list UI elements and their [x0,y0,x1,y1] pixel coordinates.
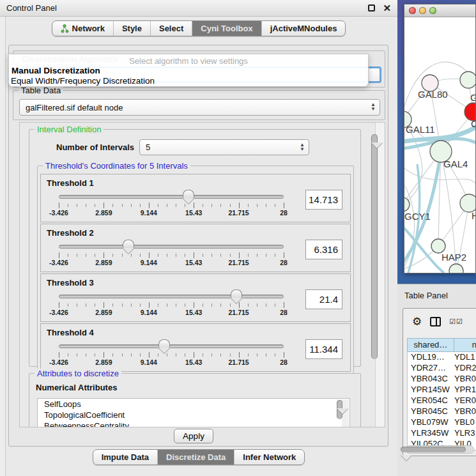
apply-button[interactable]: Apply [174,429,213,443]
columns-icon[interactable] [430,317,441,326]
threshold-1-box: Threshold 1 -3.426 2.859 9.144 15.43 21.… [40,174,351,222]
node-table: shared… n YDL19…YDL1 YDR27…YDR2 YBR043CY… [407,338,476,450]
table-row[interactable]: YLR345WYLR3 [408,428,476,439]
threshold-4-slider[interactable]: -3.426 2.859 9.144 15.43 21.715 28 [59,341,284,366]
table-data-group: Table Data galFiltered.sif default node … [13,90,385,120]
tab-impute-data[interactable]: Impute Data [93,450,158,464]
threshold-3-box: Threshold 3 -3.426 2.859 9.144 15.43 21.… [40,273,351,322]
table-data-value: galFiltered.sif default node [26,103,123,112]
node-label: HAP2 [441,252,466,263]
app-root: Control Panel ✕ Network Style [0,0,476,476]
threshold-3-thumb[interactable] [231,289,242,298]
tab-jactivemnodules[interactable]: jActiveMNodules [262,21,346,36]
top-tabbar: Network Style Select Cyni Toolbox jActiv… [0,20,397,36]
thresholds-group: Threshold's Coordinates for 5 Intervals … [37,165,354,374]
table-panel-toolbar: ⚙ ☑☑ [403,309,476,334]
checkbox-icons[interactable]: ☑☑ [449,318,463,326]
threshold-2-slider[interactable]: -3.426 2.859 9.144 15.43 21.715 28 [59,241,284,266]
numerical-attributes-label: Numerical Attributes [36,383,117,392]
control-panel-titlebar: Control Panel ✕ [0,0,397,17]
table-header-row: shared… n [407,338,476,352]
table-panel-section: Table Panel ⚙ ☑☑ shared… n YDL19…YDL1 YD… [397,284,476,476]
node-label: GAL80 [418,89,448,100]
threshold-4-label: Threshold 4 [47,328,94,337]
threshold-1-label: Threshold 1 [47,178,94,188]
node-label: GA [470,92,475,103]
interval-definition-group: Interval Definition Number of Intervals … [29,129,361,367]
network-icon [61,24,69,33]
threshold-3-slider[interactable]: -3.426 2.859 9.144 15.43 21.715 28 [59,291,284,316]
table-panel-title: Table Panel [404,291,448,300]
tab-style[interactable]: Style [114,21,151,36]
node-top-right[interactable] [460,72,475,88]
threshold-2-box: Threshold 2 -3.426 2.859 9.144 15.43 21.… [40,224,351,272]
interval-definition-title: Interval Definition [35,125,104,134]
number-of-intervals-label: Number of Intervals [56,142,134,152]
numerical-attributes-list[interactable]: SelfLoops TopologicalCoefficient Between… [37,398,350,427]
attributes-group-title: Attributes to discretize [35,369,121,378]
list-item[interactable]: TopologicalCoefficient [38,410,349,420]
node-label: GCY1 [404,211,431,222]
table-row[interactable]: YER054CYER0 [408,395,476,406]
minimize-traffic-light-icon[interactable] [419,7,426,14]
tab-select[interactable]: Select [151,21,192,36]
table-row[interactable]: YDR27…YDR2 [408,363,476,374]
column-header-shared-name[interactable]: shared… [407,338,454,352]
thresholds-group-title: Threshold's Coordinates for 5 Intervals [43,161,190,171]
number-of-intervals-combobox[interactable]: 5 ▲▼ [139,139,309,155]
threshold-1-thumb[interactable] [183,190,194,198]
table-horizontal-scrollbar[interactable] [405,445,474,454]
gear-icon[interactable]: ⚙ [412,316,422,327]
settings-vertical-scrollbar[interactable] [375,123,385,427]
panel-title: Control Panel [6,3,368,13]
table-body: YDL19…YDL1 YDR27…YDR2 YBR043CYBR0 YPR145… [407,352,476,450]
float-window-icon[interactable] [368,4,375,12]
panel-splitter[interactable] [0,17,6,476]
column-header-name[interactable]: n [454,338,476,352]
combo-spinner-icon: ▲▼ [371,102,376,111]
node-right[interactable] [460,194,475,212]
threshold-4-box: Threshold 4 -3.426 2.859 9.144 15.43 21.… [40,323,351,372]
tab-network[interactable]: Network [52,21,114,36]
menu-item-equal-width-frequency[interactable]: Equal Width/Frequency Discretization [11,76,155,86]
cyni-toolbox-pane: Discretization Algorithm Table Data galF… [8,45,388,447]
list-item[interactable]: BetweennessCentrality [38,420,349,427]
list-scrollbar[interactable] [342,399,349,427]
menu-item-manual-discretization[interactable]: Manual Discretization [12,66,100,75]
node-label: C [471,118,475,129]
table-row[interactable]: YBR043CYBR0 [408,374,476,385]
algorithm-hint: Select algorithm to view settings [9,56,368,66]
table-row[interactable]: YBL079WYBL0 [408,417,476,428]
tab-network-label: Network [72,24,105,33]
close-traffic-light-icon[interactable] [409,7,416,14]
threshold-3-value[interactable]: 21.4 [305,289,342,309]
table-row[interactable]: YBR045CYBR0 [408,406,476,417]
threshold-2-thumb[interactable] [123,240,134,248]
threshold-1-value[interactable]: 14.713 [305,190,342,210]
bottom-tabbar: Impute Data Discretize Data Infer Networ… [0,449,397,465]
list-item[interactable]: SelfLoops [38,399,349,410]
table-data-title: Table Data [19,86,63,95]
network-view-window[interactable]: GAL80 GA C GAL11 GAL4 GCY1 H HAP2 [404,4,476,273]
tab-infer-network[interactable]: Infer Network [234,450,304,464]
algorithm-dropdown-popup: Select algorithm to view settings Manual… [8,54,369,87]
network-canvas[interactable]: GAL80 GA C GAL11 GAL4 GCY1 H HAP2 [404,17,475,273]
settings-scroll-panel: Interval Definition Number of Intervals … [19,122,385,427]
table-row[interactable]: YPR145WYPR1 [408,385,476,395]
tab-discretize-data[interactable]: Discretize Data [158,450,234,464]
threshold-3-label: Threshold 3 [47,278,94,288]
threshold-1-slider[interactable]: -3.426 2.859 9.144 15.43 21.715 28 [59,191,284,217]
threshold-4-value[interactable]: 11.344 [305,339,342,359]
close-icon[interactable]: ✕ [383,4,391,12]
table-panel-window: ⚙ ☑☑ shared… n YDL19…YDL1 YDR27…YDR2 YBR… [403,308,476,456]
threshold-2-value[interactable]: 6.316 [305,240,342,259]
node-label: GAL4 [443,158,468,169]
node-bottom[interactable] [449,264,463,273]
table-row[interactable]: YDL19…YDL1 [408,352,476,363]
node-hap2[interactable] [431,239,445,253]
tab-cyni-toolbox[interactable]: Cyni Toolbox [192,21,261,36]
network-window-titlebar[interactable] [404,4,475,17]
zoom-traffic-light-icon[interactable] [429,7,436,14]
table-data-combobox[interactable]: galFiltered.sif default node ▲▼ [19,99,380,116]
threshold-4-thumb[interactable] [158,339,170,348]
